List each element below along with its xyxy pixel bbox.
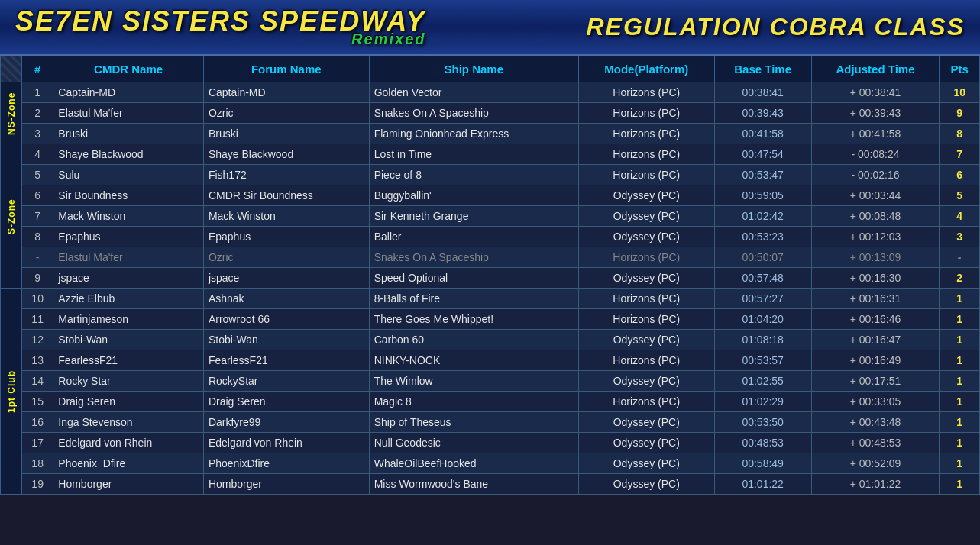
cell-forum: Darkfyre99 bbox=[203, 412, 369, 433]
cell-mode: Odyssey (PC) bbox=[578, 330, 714, 350]
cell-num: 14 bbox=[22, 371, 53, 392]
cell-pts: 1 bbox=[940, 330, 980, 350]
cell-forum: Edelgard von Rhein bbox=[203, 433, 369, 453]
cell-num: 16 bbox=[22, 412, 53, 433]
table-row: 12Stobi-WanStobi-WanCarbon 60Odyssey (PC… bbox=[1, 330, 980, 350]
zone-col-header bbox=[1, 56, 22, 82]
cell-ship: Sir Kenneth Grange bbox=[369, 206, 578, 227]
cell-cmdr: Rocky Star bbox=[53, 371, 204, 392]
cell-pts: 1 bbox=[940, 350, 980, 371]
cell-forum: Arrowroot 66 bbox=[203, 309, 369, 330]
cell-adjusted: + 00:48:53 bbox=[811, 433, 940, 453]
cell-num: 4 bbox=[22, 144, 53, 165]
cell-forum: PhoenixDfire bbox=[203, 453, 369, 474]
cell-mode: Horizons (PC) bbox=[578, 124, 714, 144]
cell-adjusted: + 00:39:43 bbox=[811, 103, 940, 124]
cell-base: 00:53:50 bbox=[714, 412, 811, 433]
cell-forum: Stobi-Wan bbox=[203, 330, 369, 350]
cell-num: 12 bbox=[22, 330, 53, 350]
cell-cmdr: Azzie Elbub bbox=[53, 289, 204, 309]
table-row: 2Elastul Ma'ferOzricSnakes On A Spaceshi… bbox=[1, 103, 980, 124]
cell-forum: Ashnak bbox=[203, 289, 369, 309]
cell-mode: Odyssey (PC) bbox=[578, 206, 714, 227]
table-row: 13FearlessF21FearlessF21NINKY-NOCKHorizo… bbox=[1, 350, 980, 371]
cell-ship: NINKY-NOCK bbox=[369, 350, 578, 371]
cell-pts: 1 bbox=[940, 392, 980, 412]
cell-adjusted: - 00:02:16 bbox=[811, 165, 940, 185]
col-header-pts: Pts bbox=[940, 56, 980, 82]
cell-cmdr: Sir Boundness bbox=[53, 185, 204, 206]
cell-base: 00:38:41 bbox=[714, 82, 811, 103]
cell-adjusted: + 00:16:47 bbox=[811, 330, 940, 350]
cell-adjusted: + 00:16:31 bbox=[811, 289, 940, 309]
cell-pts: 3 bbox=[940, 227, 980, 247]
cell-forum: RockyStar bbox=[203, 371, 369, 392]
cell-ship: Buggyballin' bbox=[369, 185, 578, 206]
cell-ship: Golden Vector bbox=[369, 82, 578, 103]
cell-pts: 1 bbox=[940, 433, 980, 453]
cell-pts: 2 bbox=[940, 268, 980, 289]
cell-cmdr: FearlessF21 bbox=[53, 350, 204, 371]
cell-forum: Shaye Blackwood bbox=[203, 144, 369, 165]
cell-ship: Null Geodesic bbox=[369, 433, 578, 453]
zone-label-1: 1pt Club bbox=[1, 289, 22, 495]
cell-mode: Horizons (PC) bbox=[578, 144, 714, 165]
table-row: 19HomborgerHomborgerMiss Wormwood's Bane… bbox=[1, 474, 980, 495]
cell-forum: Draig Seren bbox=[203, 392, 369, 412]
col-header-forum: Forum Name bbox=[203, 56, 369, 82]
cell-num: - bbox=[22, 247, 53, 268]
cell-base: 00:57:48 bbox=[714, 268, 811, 289]
cell-pts: 6 bbox=[940, 165, 980, 185]
cell-cmdr: Martinjameson bbox=[53, 309, 204, 330]
cell-base: 00:53:57 bbox=[714, 350, 811, 371]
cell-pts: 7 bbox=[940, 144, 980, 165]
cell-forum: Homborger bbox=[203, 474, 369, 495]
cell-forum: Ozric bbox=[203, 247, 369, 268]
table-row: S-Zone4Shaye BlackwoodShaye BlackwoodLos… bbox=[1, 144, 980, 165]
cell-adjusted: + 01:01:22 bbox=[811, 474, 940, 495]
cell-base: 01:01:22 bbox=[714, 474, 811, 495]
cell-mode: Horizons (PC) bbox=[578, 103, 714, 124]
table-row: 16Inga StevensonDarkfyre99Ship of Theseu… bbox=[1, 412, 980, 433]
cell-ship: Piece of 8 bbox=[369, 165, 578, 185]
cell-pts: 9 bbox=[940, 103, 980, 124]
cell-num: 19 bbox=[22, 474, 53, 495]
cell-forum: Ozric bbox=[203, 103, 369, 124]
cell-pts: 10 bbox=[940, 82, 980, 103]
col-header-num: # bbox=[22, 56, 53, 82]
cell-adjusted: + 00:38:41 bbox=[811, 82, 940, 103]
cell-forum: CMDR Sir Boundness bbox=[203, 185, 369, 206]
cell-num: 9 bbox=[22, 268, 53, 289]
cell-cmdr: Bruski bbox=[53, 124, 204, 144]
col-header-adjusted: Adjusted Time bbox=[811, 56, 940, 82]
cell-ship: Snakes On A Spaceship bbox=[369, 247, 578, 268]
cell-cmdr: Inga Stevenson bbox=[53, 412, 204, 433]
cell-ship: Ship of Theseus bbox=[369, 412, 578, 433]
zone-label-S: S-Zone bbox=[1, 144, 22, 289]
cell-mode: Odyssey (PC) bbox=[578, 412, 714, 433]
cell-ship: Magic 8 bbox=[369, 392, 578, 412]
cell-ship: Lost in Time bbox=[369, 144, 578, 165]
table-row: 17Edelgard von RheinEdelgard von RheinNu… bbox=[1, 433, 980, 453]
cell-num: 17 bbox=[22, 433, 53, 453]
col-header-cmdr: CMDR Name bbox=[53, 56, 204, 82]
cell-cmdr: jspace bbox=[53, 268, 204, 289]
cell-cmdr: Draig Seren bbox=[53, 392, 204, 412]
table-row: 1pt Club10Azzie ElbubAshnak8-Balls of Fi… bbox=[1, 289, 980, 309]
cell-mode: Odyssey (PC) bbox=[578, 453, 714, 474]
cell-forum: jspace bbox=[203, 268, 369, 289]
col-header-ship: Ship Name bbox=[369, 56, 578, 82]
cell-adjusted: + 00:13:09 bbox=[811, 247, 940, 268]
table-row: 3BruskiBruskiFlaming Onionhead ExpressHo… bbox=[1, 124, 980, 144]
cell-base: 00:50:07 bbox=[714, 247, 811, 268]
cell-pts: 4 bbox=[940, 206, 980, 227]
cell-base: 00:53:47 bbox=[714, 165, 811, 185]
cell-adjusted: + 00:17:51 bbox=[811, 371, 940, 392]
cell-adjusted: + 00:03:44 bbox=[811, 185, 940, 206]
cell-forum: Epaphus bbox=[203, 227, 369, 247]
cell-cmdr: Stobi-Wan bbox=[53, 330, 204, 350]
cell-cmdr: Elastul Ma'fer bbox=[53, 103, 204, 124]
cell-ship: There Goes Me Whippet! bbox=[369, 309, 578, 330]
cell-num: 6 bbox=[22, 185, 53, 206]
cell-pts: 8 bbox=[940, 124, 980, 144]
